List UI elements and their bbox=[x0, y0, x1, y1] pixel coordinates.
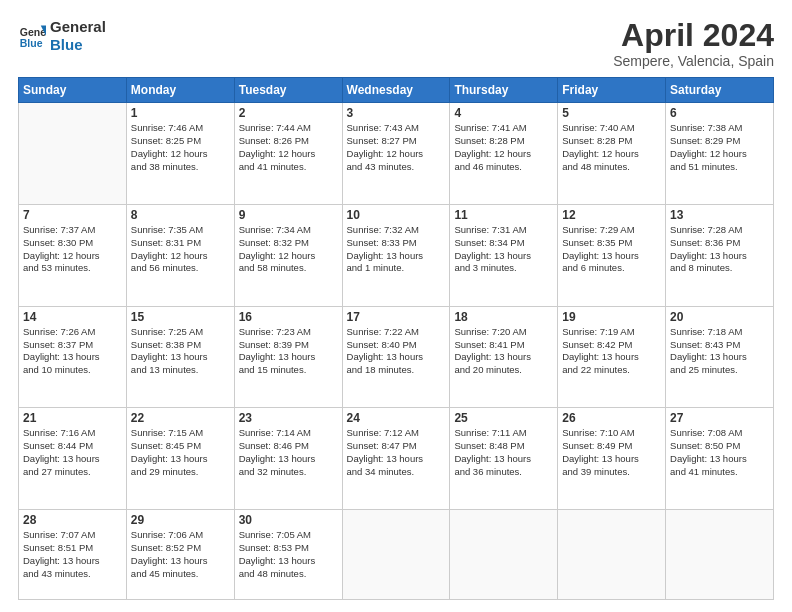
day-info-line: Sunset: 8:52 PM bbox=[131, 542, 230, 555]
table-row bbox=[450, 510, 558, 600]
logo-general-text: General bbox=[50, 18, 106, 36]
day-number: 19 bbox=[562, 310, 661, 324]
day-number: 28 bbox=[23, 513, 122, 527]
day-number: 21 bbox=[23, 411, 122, 425]
day-info-line: and 53 minutes. bbox=[23, 262, 122, 275]
day-info-line: Sunset: 8:31 PM bbox=[131, 237, 230, 250]
day-number: 5 bbox=[562, 106, 661, 120]
day-number: 18 bbox=[454, 310, 553, 324]
calendar-table: SundayMondayTuesdayWednesdayThursdayFrid… bbox=[18, 77, 774, 600]
day-info-line: and 43 minutes. bbox=[347, 161, 446, 174]
day-number: 25 bbox=[454, 411, 553, 425]
table-row bbox=[19, 103, 127, 205]
day-number: 24 bbox=[347, 411, 446, 425]
day-info-line: and 29 minutes. bbox=[131, 466, 230, 479]
day-info-line: Sunrise: 7:22 AM bbox=[347, 326, 446, 339]
day-info-line: Daylight: 12 hours bbox=[347, 148, 446, 161]
day-info-line: Sunrise: 7:15 AM bbox=[131, 427, 230, 440]
day-info-line: Sunset: 8:30 PM bbox=[23, 237, 122, 250]
day-info-line: Sunrise: 7:23 AM bbox=[239, 326, 338, 339]
day-info-line: Sunset: 8:43 PM bbox=[670, 339, 769, 352]
day-info-line: Sunrise: 7:12 AM bbox=[347, 427, 446, 440]
day-info-line: Sunset: 8:46 PM bbox=[239, 440, 338, 453]
day-info-line: Daylight: 13 hours bbox=[670, 250, 769, 263]
day-info-line: Daylight: 12 hours bbox=[131, 148, 230, 161]
day-info-line: Sunset: 8:45 PM bbox=[131, 440, 230, 453]
day-info-line: and 18 minutes. bbox=[347, 364, 446, 377]
table-row bbox=[342, 510, 450, 600]
table-row: 21Sunrise: 7:16 AMSunset: 8:44 PMDayligh… bbox=[19, 408, 127, 510]
day-info-line: Daylight: 13 hours bbox=[347, 351, 446, 364]
table-row: 30Sunrise: 7:05 AMSunset: 8:53 PMDayligh… bbox=[234, 510, 342, 600]
table-row: 24Sunrise: 7:12 AMSunset: 8:47 PMDayligh… bbox=[342, 408, 450, 510]
day-info-line: and 1 minute. bbox=[347, 262, 446, 275]
table-row: 23Sunrise: 7:14 AMSunset: 8:46 PMDayligh… bbox=[234, 408, 342, 510]
day-info-line: Sunrise: 7:26 AM bbox=[23, 326, 122, 339]
table-row: 13Sunrise: 7:28 AMSunset: 8:36 PMDayligh… bbox=[666, 204, 774, 306]
day-info-line: Daylight: 13 hours bbox=[454, 351, 553, 364]
day-info-line: Sunrise: 7:34 AM bbox=[239, 224, 338, 237]
month-title: April 2024 bbox=[613, 18, 774, 53]
location: Sempere, Valencia, Spain bbox=[613, 53, 774, 69]
calendar-header-row: SundayMondayTuesdayWednesdayThursdayFrid… bbox=[19, 78, 774, 103]
day-info-line: Daylight: 13 hours bbox=[562, 453, 661, 466]
calendar-week-row: 28Sunrise: 7:07 AMSunset: 8:51 PMDayligh… bbox=[19, 510, 774, 600]
day-info-line: Daylight: 12 hours bbox=[23, 250, 122, 263]
table-row: 4Sunrise: 7:41 AMSunset: 8:28 PMDaylight… bbox=[450, 103, 558, 205]
day-info-line: Sunset: 8:25 PM bbox=[131, 135, 230, 148]
col-header-saturday: Saturday bbox=[666, 78, 774, 103]
day-info-line: Sunrise: 7:38 AM bbox=[670, 122, 769, 135]
title-block: April 2024 Sempere, Valencia, Spain bbox=[613, 18, 774, 69]
day-info-line: Sunset: 8:36 PM bbox=[670, 237, 769, 250]
day-info-line: Daylight: 13 hours bbox=[239, 555, 338, 568]
day-info-line: Sunset: 8:28 PM bbox=[562, 135, 661, 148]
day-info-line: and 6 minutes. bbox=[562, 262, 661, 275]
day-info-line: Sunset: 8:51 PM bbox=[23, 542, 122, 555]
day-info-line: Sunset: 8:34 PM bbox=[454, 237, 553, 250]
table-row: 29Sunrise: 7:06 AMSunset: 8:52 PMDayligh… bbox=[126, 510, 234, 600]
day-info-line: Sunrise: 7:19 AM bbox=[562, 326, 661, 339]
day-info-line: and 27 minutes. bbox=[23, 466, 122, 479]
page: General Blue General Blue April 2024 Sem… bbox=[0, 0, 792, 612]
day-info-line: and 41 minutes. bbox=[670, 466, 769, 479]
day-info-line: Daylight: 12 hours bbox=[239, 148, 338, 161]
day-info-line: Daylight: 13 hours bbox=[454, 250, 553, 263]
day-info-line: and 45 minutes. bbox=[131, 568, 230, 581]
day-info-line: Daylight: 13 hours bbox=[239, 453, 338, 466]
table-row: 20Sunrise: 7:18 AMSunset: 8:43 PMDayligh… bbox=[666, 306, 774, 408]
table-row: 5Sunrise: 7:40 AMSunset: 8:28 PMDaylight… bbox=[558, 103, 666, 205]
day-info-line: Daylight: 13 hours bbox=[670, 453, 769, 466]
day-number: 26 bbox=[562, 411, 661, 425]
calendar-week-row: 14Sunrise: 7:26 AMSunset: 8:37 PMDayligh… bbox=[19, 306, 774, 408]
table-row: 10Sunrise: 7:32 AMSunset: 8:33 PMDayligh… bbox=[342, 204, 450, 306]
day-info-line: and 8 minutes. bbox=[670, 262, 769, 275]
day-number: 29 bbox=[131, 513, 230, 527]
table-row: 17Sunrise: 7:22 AMSunset: 8:40 PMDayligh… bbox=[342, 306, 450, 408]
table-row: 9Sunrise: 7:34 AMSunset: 8:32 PMDaylight… bbox=[234, 204, 342, 306]
day-number: 6 bbox=[670, 106, 769, 120]
day-info-line: Sunset: 8:32 PM bbox=[239, 237, 338, 250]
day-number: 22 bbox=[131, 411, 230, 425]
day-info-line: Daylight: 13 hours bbox=[23, 555, 122, 568]
day-info-line: Sunset: 8:27 PM bbox=[347, 135, 446, 148]
table-row: 3Sunrise: 7:43 AMSunset: 8:27 PMDaylight… bbox=[342, 103, 450, 205]
day-info-line: and 20 minutes. bbox=[454, 364, 553, 377]
day-info-line: Sunrise: 7:06 AM bbox=[131, 529, 230, 542]
table-row: 1Sunrise: 7:46 AMSunset: 8:25 PMDaylight… bbox=[126, 103, 234, 205]
calendar-week-row: 1Sunrise: 7:46 AMSunset: 8:25 PMDaylight… bbox=[19, 103, 774, 205]
col-header-monday: Monday bbox=[126, 78, 234, 103]
day-info-line: Daylight: 12 hours bbox=[562, 148, 661, 161]
day-info-line: and 51 minutes. bbox=[670, 161, 769, 174]
day-number: 3 bbox=[347, 106, 446, 120]
day-info-line: Sunset: 8:35 PM bbox=[562, 237, 661, 250]
day-info-line: and 25 minutes. bbox=[670, 364, 769, 377]
day-info-line: Daylight: 13 hours bbox=[670, 351, 769, 364]
table-row: 12Sunrise: 7:29 AMSunset: 8:35 PMDayligh… bbox=[558, 204, 666, 306]
day-info-line: Sunrise: 7:32 AM bbox=[347, 224, 446, 237]
day-info-line: Sunrise: 7:07 AM bbox=[23, 529, 122, 542]
day-info-line: Daylight: 12 hours bbox=[454, 148, 553, 161]
col-header-tuesday: Tuesday bbox=[234, 78, 342, 103]
table-row: 18Sunrise: 7:20 AMSunset: 8:41 PMDayligh… bbox=[450, 306, 558, 408]
day-info-line: Sunrise: 7:37 AM bbox=[23, 224, 122, 237]
day-info-line: Sunrise: 7:28 AM bbox=[670, 224, 769, 237]
